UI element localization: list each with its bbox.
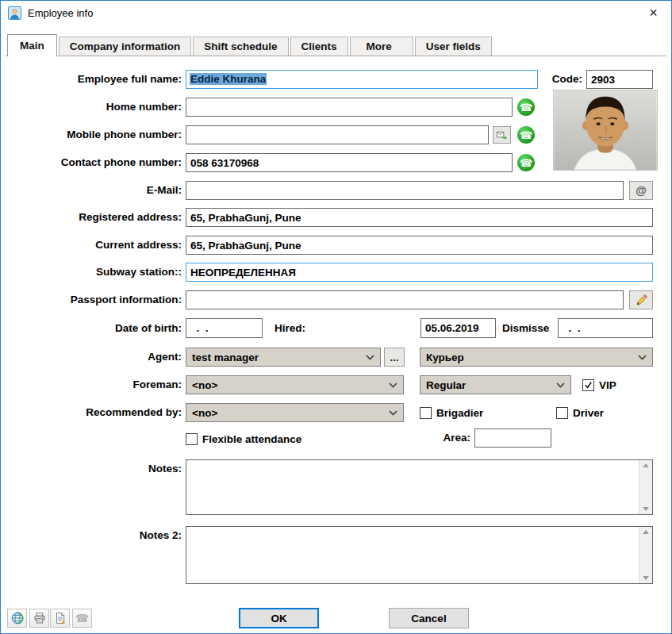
category-combobox[interactable]: Regular <box>420 375 571 394</box>
web-button[interactable] <box>7 609 27 628</box>
email-label: E-Mail: <box>9 181 182 200</box>
code-label: Code: <box>540 70 582 89</box>
selected-text: Eddie Khurana <box>190 73 267 85</box>
recommended-by-label: Recommended by: <box>9 403 182 422</box>
foreman-value: <no> <box>192 379 217 391</box>
notes-label: Notes: <box>9 459 182 478</box>
scroll-down-icon[interactable] <box>643 507 649 511</box>
contact-number-label: Contact phone number: <box>9 153 182 172</box>
phone-icon: ☎ <box>75 613 89 624</box>
employee-info-dialog: Employee info × Main Company information… <box>0 0 672 634</box>
full-name-label: Employee full name: <box>9 70 182 89</box>
print-button[interactable] <box>29 609 49 628</box>
window-title: Employee info <box>28 7 93 19</box>
phone-icon: ☎ <box>520 130 532 140</box>
notes2-label: Notes 2: <box>9 526 182 545</box>
contact-number-input[interactable] <box>186 153 513 172</box>
tab-shift-schedule[interactable]: Shift schedule <box>193 37 288 56</box>
export-button[interactable] <box>50 609 70 628</box>
notes2-textarea[interactable] <box>186 527 639 583</box>
foreman-label: Foreman: <box>9 375 182 394</box>
cancel-button[interactable]: Cancel <box>389 608 469 628</box>
area-label: Area: <box>424 428 470 448</box>
recommended-by-value: <no> <box>192 407 217 419</box>
tab-company-information[interactable]: Company information <box>59 37 192 56</box>
call-button-disabled: ☎ <box>72 609 92 628</box>
agent-label: Agent: <box>9 348 182 367</box>
dismissed-date-input[interactable] <box>558 318 653 338</box>
current-address-input[interactable] <box>186 236 653 255</box>
recommended-by-combobox[interactable]: <no> <box>186 403 404 422</box>
edit-pencil-icon <box>636 294 647 306</box>
chevron-down-icon <box>384 382 397 388</box>
vip-label: VIP <box>599 379 616 391</box>
hired-label: Hired: <box>275 318 346 338</box>
birth-date-input[interactable] <box>186 318 263 338</box>
registered-address-label: Registered address: <box>9 208 182 227</box>
send-sms-icon <box>496 129 508 141</box>
checkbox-empty-icon <box>420 407 432 419</box>
call-contact-button[interactable]: ☎ <box>517 154 535 171</box>
tab-clients[interactable]: Clients <box>290 37 348 56</box>
mobile-number-label: Mobile phone number: <box>9 125 182 144</box>
hired-date-input[interactable] <box>420 318 496 338</box>
agent-value: test manager <box>192 352 259 363</box>
globe-icon <box>11 612 24 624</box>
chevron-down-icon <box>361 355 374 360</box>
checkbox-checked-icon <box>582 379 594 391</box>
employee-photo <box>553 90 658 171</box>
send-email-button[interactable]: @ <box>629 181 653 200</box>
chevron-down-icon <box>633 355 647 360</box>
vip-checkbox[interactable]: VIP <box>582 378 616 392</box>
flexible-attendance-label: Flexible attendance <box>202 433 301 445</box>
call-home-button[interactable]: ☎ <box>517 98 535 116</box>
position-combobox[interactable]: Курьер <box>420 348 653 367</box>
subway-station-input[interactable] <box>186 263 653 282</box>
chevron-down-icon <box>551 382 565 388</box>
area-input[interactable] <box>474 428 551 448</box>
notes-scrollbar[interactable] <box>639 460 652 514</box>
notes-textarea[interactable] <box>186 460 639 514</box>
passport-input[interactable] <box>186 290 624 309</box>
call-mobile-button[interactable]: ☎ <box>517 126 535 144</box>
scroll-up-icon[interactable] <box>643 530 649 534</box>
close-icon[interactable]: × <box>636 1 671 25</box>
printer-icon <box>33 612 46 624</box>
checkbox-empty-icon <box>186 433 198 445</box>
phone-icon: ☎ <box>520 102 532 113</box>
current-address-label: Current address: <box>9 236 182 255</box>
chevron-down-icon <box>384 410 397 416</box>
title-bar: Employee info × <box>1 1 671 25</box>
passport-edit-button[interactable] <box>629 290 653 309</box>
ok-button[interactable]: OK <box>239 608 319 628</box>
tab-user-fields[interactable]: User fields <box>415 37 492 56</box>
driver-checkbox[interactable]: Driver <box>556 405 604 420</box>
passport-label: Passport information: <box>9 290 182 309</box>
email-input[interactable] <box>186 181 624 200</box>
tab-more[interactable]: More <box>350 37 413 56</box>
employee-name-input[interactable]: Eddie Khurana <box>186 70 538 89</box>
code-input[interactable] <box>586 70 653 89</box>
birth-date-label: Date of birth: <box>9 318 182 338</box>
foreman-combobox[interactable]: <no> <box>186 375 404 394</box>
checkbox-empty-icon <box>556 407 568 419</box>
tab-main[interactable]: Main <box>7 34 57 56</box>
mobile-number-input[interactable] <box>186 125 489 144</box>
brigadier-checkbox[interactable]: Brigadier <box>420 405 483 420</box>
export-document-icon <box>54 612 67 624</box>
phone-icon: ☎ <box>520 158 532 168</box>
scroll-down-icon[interactable] <box>643 576 649 580</box>
tab-strip: Main Company information Shift schedule … <box>7 35 493 56</box>
notes2-scrollbar[interactable] <box>639 527 652 583</box>
dismissed-label: Dismisse <box>502 318 556 338</box>
send-sms-button[interactable] <box>493 126 511 144</box>
registered-address-input[interactable] <box>186 208 653 227</box>
position-value: Курьер <box>426 352 464 363</box>
home-number-input[interactable] <box>186 98 513 117</box>
scroll-up-icon[interactable] <box>643 463 649 467</box>
flexible-attendance-checkbox[interactable]: Flexible attendance <box>186 432 301 446</box>
employee-app-icon <box>8 6 21 20</box>
home-number-label: Home number: <box>9 98 182 117</box>
agent-browse-button[interactable]: ... <box>384 348 405 367</box>
agent-combobox[interactable]: test manager <box>186 348 381 367</box>
